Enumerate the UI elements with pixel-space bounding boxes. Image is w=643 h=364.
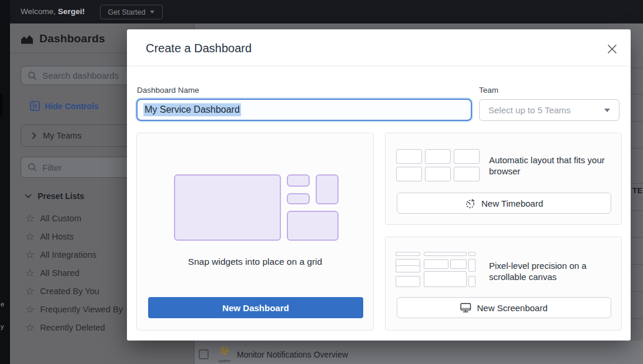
top-bar (0, 0, 643, 23)
search-icon (28, 163, 37, 172)
hide-controls-link[interactable]: Hide Controls (30, 101, 99, 111)
grid-card-caption: Snap widgets into place on a grid (137, 257, 373, 267)
nav-pill (0, 94, 2, 116)
hide-controls-icon (30, 101, 40, 111)
hide-controls-label: Hide Controls (45, 102, 99, 111)
new-screenboard-label: New Screenboard (477, 303, 547, 313)
preset-item-frequently-viewed[interactable]: ☆ Frequently Viewed By (25, 300, 123, 318)
table-row-divider (631, 291, 643, 292)
table-row-divider (631, 94, 643, 95)
dashboards-icon (20, 33, 34, 45)
preset-item-label: All Integrations (40, 250, 96, 259)
chevron-right-icon (29, 132, 36, 139)
new-timeboard-label: New Timeboard (481, 198, 543, 208)
star-icon: ☆ (25, 305, 35, 314)
preset-lists-label: Preset Lists (38, 191, 84, 201)
table-row-divider (631, 121, 643, 122)
chevron-down-icon (604, 109, 610, 112)
integration-badge: system (218, 345, 231, 363)
selected-text: My Service Dashboard (143, 103, 241, 116)
screenboard-card: Pixel-level precision on a scrollable ca… (385, 237, 622, 331)
team-label: Team (479, 86, 498, 95)
screenboard-caption: Pixel-level precision on a scrollable ca… (489, 260, 609, 282)
table-row-divider (631, 68, 643, 68)
nav-partial-letter: e (1, 301, 4, 308)
preset-item-all-hosts[interactable]: ☆ All Hosts (25, 227, 73, 245)
modal-title: Create a Dashboard (146, 42, 252, 55)
timeboard-card: Automatic layout that fits your browser … (385, 133, 622, 225)
table-row-divider (631, 264, 643, 265)
team-column-header-partial: TE (632, 186, 642, 195)
nav-partial-letter: y (1, 323, 4, 330)
close-icon[interactable] (607, 43, 618, 55)
row-checkbox[interactable] (199, 349, 209, 359)
modal-header-divider (127, 66, 631, 66)
star-icon: ☆ (25, 232, 35, 241)
integration-tag: system (218, 359, 231, 363)
table-row-divider (631, 237, 643, 238)
preset-item-label: Frequently Viewed By (40, 305, 123, 314)
table-row-divider (631, 148, 643, 149)
new-screenboard-button[interactable]: New Screenboard (397, 297, 611, 318)
star-icon: ☆ (25, 323, 35, 332)
timeboard-illustration (396, 149, 480, 181)
preset-item-all-integrations[interactable]: ☆ All Integrations (25, 245, 96, 264)
chevron-down-icon (150, 11, 155, 14)
monitor-icon (460, 303, 471, 313)
chevron-down-icon (25, 191, 31, 198)
star-icon: ☆ (25, 250, 35, 259)
welcome-text: Welcome, Sergei! (21, 7, 85, 16)
get-started-label: Get Started (108, 8, 146, 16)
preset-item-label: All Hosts (40, 232, 73, 241)
preset-lists-header[interactable]: Preset Lists (26, 191, 84, 201)
star-icon: ☆ (25, 214, 35, 223)
new-timeboard-button[interactable]: New Timeboard (397, 193, 611, 214)
table-row-divider (631, 183, 643, 184)
gear-icon (219, 345, 230, 356)
new-dashboard-button[interactable]: New Dashboard (148, 297, 363, 318)
dashboard-row-title[interactable]: Monitor Notifications Overview (237, 350, 348, 359)
preset-item-recently-deleted[interactable]: ☆ Recently Deleted (25, 318, 105, 336)
preset-item-all-shared[interactable]: ☆ All Shared (25, 264, 79, 282)
team-select[interactable]: Select up to 5 Teams (479, 99, 619, 121)
stopwatch-icon (465, 198, 476, 209)
welcome-prefix: Welcome, (21, 7, 58, 16)
table-row-divider (631, 318, 643, 319)
table-row-divider (631, 210, 643, 211)
preset-item-label: Recently Deleted (40, 323, 105, 332)
star-icon: ☆ (25, 268, 35, 278)
page-title: Dashboards (39, 32, 105, 45)
search-icon (28, 71, 37, 80)
preset-item-label: All Shared (40, 268, 79, 278)
dashboard-list-row: system Monitor Notifications Overview (194, 341, 643, 364)
welcome-username: Sergei! (58, 7, 85, 16)
dashboard-name-input[interactable]: My Service Dashboard (136, 99, 472, 121)
app-nav-strip: e y (0, 0, 10, 364)
star-icon: ☆ (25, 287, 35, 296)
screenboard-illustration (396, 252, 487, 288)
create-dashboard-modal: Create a Dashboard Dashboard Name Team M… (127, 29, 631, 341)
screen: Welcome, Sergei! Get Started TE Dashboar… (0, 0, 643, 364)
my-teams-label: My Teams (43, 131, 82, 140)
grid-dashboard-card: Snap widgets into place on a grid New Da… (136, 133, 374, 331)
preset-item-label: Created By You (40, 287, 99, 296)
team-select-placeholder: Select up to 5 Teams (488, 105, 571, 115)
preset-item-created-by-you[interactable]: ☆ Created By You (25, 282, 99, 300)
preset-item-all-custom[interactable]: ☆ All Custom (25, 209, 81, 227)
timeboard-caption: Automatic layout that fits your browser (489, 154, 617, 177)
preset-item-label: All Custom (40, 214, 81, 223)
get-started-button[interactable]: Get Started (100, 5, 163, 19)
dashboard-name-label: Dashboard Name (137, 86, 199, 95)
